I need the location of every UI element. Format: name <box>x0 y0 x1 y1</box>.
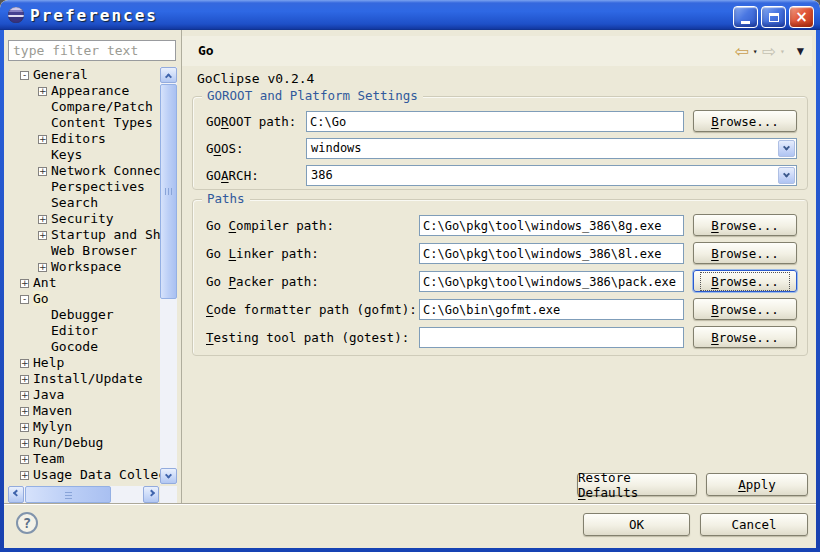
apply-button[interactable]: Apply <box>706 473 808 496</box>
path-input[interactable] <box>419 299 684 320</box>
chevron-down-icon <box>783 144 790 151</box>
expand-icon[interactable]: + <box>38 231 47 240</box>
tree-item-mylyn[interactable]: +Mylyn <box>8 419 160 435</box>
expand-icon[interactable]: + <box>20 359 29 368</box>
path-input[interactable] <box>419 215 684 236</box>
expand-icon[interactable]: + <box>38 167 47 176</box>
expand-icon[interactable]: + <box>20 407 29 416</box>
tree-item-debugger[interactable]: Debugger <box>8 307 160 323</box>
tree-item-go[interactable]: -Go <box>8 291 160 307</box>
help-icon: ? <box>23 515 31 531</box>
path-input[interactable] <box>419 271 684 292</box>
scroll-right-button[interactable] <box>143 486 159 503</box>
expand-icon[interactable]: + <box>20 423 29 432</box>
expand-icon[interactable]: + <box>20 375 29 384</box>
tree-item-label: Compare/Patch <box>51 99 153 114</box>
chevron-up-icon <box>165 73 172 80</box>
browse-button[interactable]: Browse... <box>693 242 797 264</box>
combo-dropdown-button[interactable] <box>778 167 795 184</box>
tree-item-editor[interactable]: Editor <box>8 323 160 339</box>
forward-arrow-icon[interactable]: ⇨ <box>762 44 776 58</box>
expand-icon[interactable]: + <box>20 471 29 480</box>
tree-item-label: Network Connect <box>51 163 160 178</box>
tree-item-label: Content Types <box>51 115 153 130</box>
browse-button[interactable]: Browse... <box>693 298 797 320</box>
tree-item-gocode[interactable]: Gocode <box>8 339 160 355</box>
browse-button[interactable]: Browse... <box>693 270 797 292</box>
view-menu-icon[interactable]: ▼ <box>797 44 804 58</box>
footer-separator <box>4 503 816 505</box>
ok-button[interactable]: OK <box>583 513 690 536</box>
back-dropdown-icon[interactable]: ▾ <box>753 47 758 56</box>
cancel-button[interactable]: Cancel <box>700 513 808 536</box>
field-label: GOOS: <box>206 141 244 156</box>
expand-icon[interactable]: + <box>38 263 47 272</box>
scroll-left-button[interactable] <box>8 486 24 503</box>
tree-item-maven[interactable]: +Maven <box>8 403 160 419</box>
close-button[interactable]: × <box>789 6 814 28</box>
browse-label: Browse... <box>711 218 779 233</box>
tree-item-keys[interactable]: Keys <box>8 147 160 163</box>
expand-icon[interactable]: + <box>38 215 47 224</box>
field-label: GOARCH: <box>206 168 259 183</box>
path-input[interactable] <box>419 243 684 264</box>
scroll-down-button[interactable] <box>160 468 177 484</box>
tree-item-usage-data-collect[interactable]: +Usage Data Collect <box>8 467 160 483</box>
combo-selected-value: windows <box>311 141 362 155</box>
scroll-up-button[interactable] <box>160 67 177 83</box>
path-input[interactable] <box>419 327 684 348</box>
tree-item-startup-and-shu[interactable]: +Startup and Shu <box>8 227 160 243</box>
combo-dropdown-button[interactable] <box>778 140 795 157</box>
help-button[interactable]: ? <box>16 512 38 534</box>
expand-icon[interactable]: + <box>38 135 47 144</box>
tree-item-appearance[interactable]: +Appearance <box>8 83 160 99</box>
tree-item-network-connect[interactable]: +Network Connect <box>8 163 160 179</box>
back-arrow-icon[interactable]: ⇦ <box>735 44 749 58</box>
tree-item-ant[interactable]: +Ant <box>8 275 160 291</box>
browse-button[interactable]: Browse... <box>693 326 797 348</box>
tree-item-security[interactable]: +Security <box>8 211 160 227</box>
tree-item-label: General <box>33 67 88 82</box>
expand-icon[interactable]: + <box>20 439 29 448</box>
tree-item-general[interactable]: -General <box>8 67 160 83</box>
filter-input[interactable] <box>8 40 176 61</box>
vscroll-thumb[interactable] <box>160 84 177 299</box>
collapse-icon[interactable]: - <box>20 71 29 80</box>
tree-hscrollbar[interactable] <box>8 486 159 503</box>
tree-item-help[interactable]: +Help <box>8 355 160 371</box>
browse-button[interactable]: Browse... <box>693 110 797 132</box>
tree-vscrollbar[interactable] <box>160 67 177 484</box>
tree-item-compare-patch[interactable]: Compare/Patch <box>8 99 160 115</box>
tree-item-editors[interactable]: +Editors <box>8 131 160 147</box>
forward-dropdown-icon[interactable]: ▾ <box>780 47 785 56</box>
path-input[interactable] <box>306 111 684 132</box>
hscroll-thumb[interactable] <box>25 486 111 503</box>
thumb-grip <box>65 491 72 499</box>
tree-item-content-types[interactable]: Content Types <box>8 115 160 131</box>
expand-icon[interactable]: + <box>20 391 29 400</box>
combo-box[interactable]: windows <box>306 138 797 159</box>
browse-button[interactable]: Browse... <box>693 214 797 236</box>
scrollbar-corner <box>160 486 177 503</box>
collapse-icon[interactable]: - <box>20 295 29 304</box>
restore-defaults-button[interactable]: Restore Defaults <box>577 473 697 496</box>
tree-item-label: Editors <box>51 131 106 146</box>
tree-item-install-update[interactable]: +Install/Update <box>8 371 160 387</box>
combo-box[interactable]: 386 <box>306 165 797 186</box>
expand-icon[interactable]: + <box>38 87 47 96</box>
titlebar[interactable]: Preferences × <box>0 0 820 30</box>
preferences-window: Preferences × -General+AppearanceCompare… <box>0 0 820 552</box>
tree-item-run-debug[interactable]: +Run/Debug <box>8 435 160 451</box>
tree-item-java[interactable]: +Java <box>8 387 160 403</box>
preferences-tree: -General+AppearanceCompare/PatchContent … <box>8 66 178 486</box>
expand-icon[interactable]: + <box>20 455 29 464</box>
tree-item-label: Go <box>33 291 49 306</box>
tree-item-web-browser[interactable]: Web Browser <box>8 243 160 259</box>
tree-item-perspectives[interactable]: Perspectives <box>8 179 160 195</box>
tree-item-team[interactable]: +Team <box>8 451 160 467</box>
expand-icon[interactable]: + <box>20 279 29 288</box>
maximize-button[interactable] <box>761 6 786 28</box>
tree-item-search[interactable]: Search <box>8 195 160 211</box>
minimize-button[interactable] <box>733 6 758 28</box>
tree-item-workspace[interactable]: +Workspace <box>8 259 160 275</box>
